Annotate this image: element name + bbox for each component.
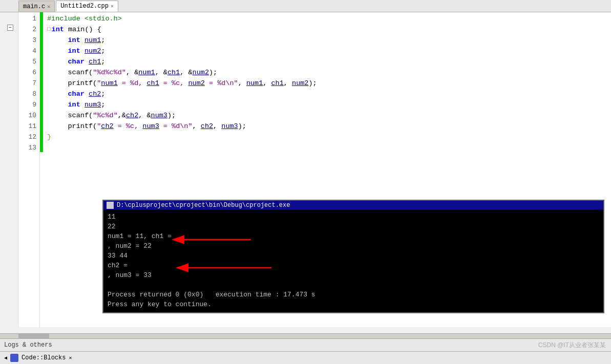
code-line-8: char ch2;	[47, 89, 611, 99]
logs-bar: Logs & others	[0, 338, 611, 351]
console-line-7	[108, 280, 599, 290]
console-title-bar: D:\cplusproject\cproject\bin\Debug\cproj…	[103, 201, 603, 210]
console-title-icon	[107, 202, 114, 209]
console-line-2: num1 = 11, ch1 =	[108, 231, 599, 241]
line-num-12: 12	[18, 132, 36, 142]
code-line-2: □int main() {	[47, 24, 611, 35]
tab-untitled2-cpp[interactable]: Untitled2.cpp ✕	[56, 1, 118, 12]
codeblocks-bar: ◀ Code::Blocks ✕	[0, 351, 611, 364]
code-line-7: printf("num1 = %d, ch1 = %c, num2 = %d\n…	[47, 78, 611, 89]
tab-main-c-close[interactable]: ✕	[47, 4, 50, 10]
scrollbar-thumb[interactable]	[18, 334, 49, 338]
console-overlay: D:\cplusproject\cproject\bin\Debug\cproj…	[102, 200, 604, 313]
console-line-4: 33 44	[108, 251, 599, 261]
line-num-5: 5	[18, 56, 36, 67]
code-line-3: int num1;	[47, 35, 611, 46]
codeblocks-icon	[10, 354, 18, 362]
line-numbers: 1 2 3 4 5 6 7 8 9 10 11 12 13	[18, 12, 40, 327]
line-num-11: 11	[18, 121, 36, 132]
line-num-3: 3	[18, 35, 36, 46]
logs-label: Logs & others	[4, 341, 52, 349]
line-num-2: 2	[18, 24, 36, 35]
line-num-1: 1	[18, 13, 36, 24]
console-line-0: 11	[108, 212, 599, 222]
code-line-11: printf("ch2 = %c, num3 = %d\n", ch2, num…	[47, 121, 611, 132]
console-line-1: 22	[108, 222, 599, 231]
code-line-13	[47, 142, 611, 153]
tab-main-c-label: main.c	[23, 3, 45, 10]
tab-untitled2-cpp-label: Untitled2.cpp	[60, 3, 109, 10]
line-num-4: 4	[18, 46, 36, 56]
code-line-5: char ch1;	[47, 56, 611, 67]
fold-button[interactable]: −	[7, 25, 13, 31]
watermark: CSDN @IT从业者张某某	[538, 341, 606, 350]
code-line-12: }	[47, 132, 611, 142]
line-num-9: 9	[18, 99, 36, 110]
tab-main-c[interactable]: main.c ✕	[18, 1, 55, 12]
console-line-9: Press any key to continue.	[108, 299, 599, 309]
tab-untitled2-cpp-close[interactable]: ✕	[111, 3, 114, 9]
left-gutter: −	[0, 12, 18, 327]
nav-left-icon[interactable]: ◀	[4, 355, 7, 361]
console-body: 11 22 num1 = 11, ch1 = , num2 = 22 33 44…	[103, 210, 603, 312]
code-line-6: scanf("%d%c%d", &num1, &ch1, &num2);	[47, 67, 611, 78]
console-line-6: , num3 = 33	[108, 270, 599, 280]
console-line-8: Process returned 0 (0x0) execution time …	[108, 290, 599, 299]
tab-bar: main.c ✕ Untitled2.cpp ✕	[0, 0, 611, 12]
line-num-13: 13	[18, 142, 36, 153]
line-num-6: 6	[18, 67, 36, 78]
codeblocks-label: Code::Blocks	[22, 354, 66, 361]
code-line-10: scanf("%c%d",&ch2, &num3);	[47, 110, 611, 121]
console-line-5: ch2 =	[108, 261, 599, 270]
codeblocks-close[interactable]: ✕	[69, 355, 72, 361]
line-num-8: 8	[18, 89, 36, 99]
console-line-3: , num2 = 22	[108, 241, 599, 251]
code-line-4: int num2;	[47, 46, 611, 56]
code-line-9: int num3;	[47, 99, 611, 110]
console-title-text: D:\cplusproject\cproject\bin\Debug\cproj…	[117, 202, 290, 209]
line-num-10: 10	[18, 110, 36, 121]
line-num-7: 7	[18, 78, 36, 89]
horizontal-scrollbar[interactable]	[0, 333, 611, 338]
code-line-1: #include <stdio.h>	[47, 13, 611, 24]
